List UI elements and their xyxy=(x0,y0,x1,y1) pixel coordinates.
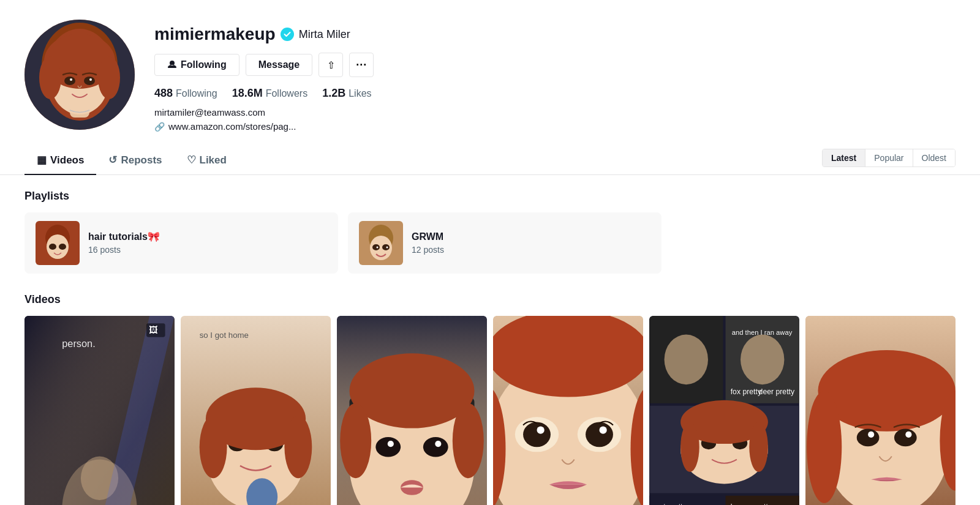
svg-text:fox pretty: fox pretty xyxy=(731,387,762,395)
verified-badge xyxy=(281,28,294,41)
svg-point-16 xyxy=(59,244,66,250)
sort-latest[interactable]: Latest xyxy=(823,149,865,166)
svg-point-23 xyxy=(386,246,388,248)
video-card-3[interactable]: ▶ 290.8K xyxy=(493,316,643,506)
svg-point-11 xyxy=(89,78,92,81)
svg-point-70 xyxy=(665,334,708,384)
bio-link[interactable]: 🔗 www.amazon.com/stores/pag... xyxy=(154,121,956,132)
svg-point-61 xyxy=(537,426,544,433)
svg-point-20 xyxy=(372,244,380,250)
video-card-4[interactable]: and then I ran away fox pretty deer pret… xyxy=(649,316,799,506)
svg-point-7 xyxy=(98,56,120,99)
share-icon: ⇧ xyxy=(327,59,335,71)
playlist-name-0: hair tutorials🎀 xyxy=(88,231,327,242)
svg-text:so I got home: so I got home xyxy=(200,330,249,339)
display-name: Mirta Miler xyxy=(299,28,350,41)
svg-text:bunny pretty: bunny pretty xyxy=(731,503,772,505)
sort-oldest[interactable]: Oldest xyxy=(913,149,955,166)
playlists-title: Playlists xyxy=(24,190,956,203)
tab-liked-label: Liked xyxy=(200,154,227,166)
svg-point-53 xyxy=(340,403,371,477)
svg-point-65 xyxy=(493,316,643,397)
videos-grid: person. 🖼 ▶ 19.9K xyxy=(24,316,956,506)
sort-buttons: Latest Popular Oldest xyxy=(822,149,956,167)
likes-count: 1.2B xyxy=(322,87,345,100)
tab-videos[interactable]: ▦ Videos xyxy=(24,146,96,175)
svg-point-93 xyxy=(807,391,842,503)
video-card-0[interactable]: person. 🖼 ▶ 19.9K xyxy=(24,316,175,506)
video-card-5[interactable]: ▶ 501.5K xyxy=(805,316,956,506)
playlists-grid: hair tutorials🎀 16 posts GRWM xyxy=(24,212,662,274)
svg-text:🖼: 🖼 xyxy=(149,324,157,334)
tab-videos-label: Videos xyxy=(50,154,84,166)
svg-point-60 xyxy=(523,422,551,447)
share-button[interactable]: ⇧ xyxy=(318,53,343,77)
svg-point-40 xyxy=(200,416,227,478)
svg-point-21 xyxy=(382,244,390,250)
tab-reposts-label: Reposts xyxy=(121,154,162,166)
svg-point-9 xyxy=(84,77,95,85)
svg-point-98 xyxy=(905,431,911,437)
tab-liked[interactable]: ♡ Liked xyxy=(175,146,239,175)
svg-point-41 xyxy=(284,416,312,478)
svg-point-50 xyxy=(435,441,441,447)
svg-point-64 xyxy=(600,426,607,433)
tab-reposts-icon: ↺ xyxy=(108,154,117,166)
tab-liked-icon: ♡ xyxy=(187,154,196,166)
profile-header: mimiermakeup Mirta Miler Following Messa… xyxy=(0,0,980,132)
svg-point-96 xyxy=(894,428,917,446)
sort-popular[interactable]: Popular xyxy=(865,149,913,166)
svg-point-49 xyxy=(388,441,394,447)
svg-point-10 xyxy=(70,78,72,81)
svg-point-72 xyxy=(741,334,784,384)
tab-videos-icon: ▦ xyxy=(37,154,47,166)
stat-following[interactable]: 488 Following xyxy=(154,87,217,100)
svg-text:and then I ran away: and then I ran away xyxy=(732,328,793,335)
stats-row: 488 Following 18.6M Followers 1.2B Likes xyxy=(154,87,956,100)
svg-point-95 xyxy=(857,428,880,446)
svg-point-15 xyxy=(49,244,56,250)
svg-point-54 xyxy=(453,403,484,477)
link-text: www.amazon.com/stores/pag... xyxy=(168,121,296,132)
profile-info: mimiermakeup Mirta Miler Following Messa… xyxy=(154,20,956,132)
svg-point-22 xyxy=(377,246,379,248)
svg-point-79 xyxy=(749,422,768,472)
svg-point-78 xyxy=(680,422,699,472)
likes-label: Likes xyxy=(349,88,371,99)
playlist-thumb-1 xyxy=(359,221,403,265)
more-icon: ··· xyxy=(356,59,367,72)
playlist-count-0: 16 posts xyxy=(88,245,327,255)
playlist-card-0[interactable]: hair tutorials🎀 16 posts xyxy=(24,212,338,274)
followers-label: Followers xyxy=(266,88,307,99)
action-buttons: Following Message ⇧ ··· xyxy=(154,53,956,77)
stat-followers[interactable]: 18.6M Followers xyxy=(232,87,308,100)
video-card-2[interactable]: ▶ 16.6K xyxy=(337,316,487,506)
following-count: 488 xyxy=(154,87,173,100)
username: mimiermakeup xyxy=(154,24,276,44)
svg-point-6 xyxy=(39,56,61,99)
stat-likes[interactable]: 1.2B Likes xyxy=(322,87,371,100)
playlist-info-0: hair tutorials🎀 16 posts xyxy=(88,231,327,255)
message-button[interactable]: Message xyxy=(246,54,313,76)
playlist-info-1: GRWM 12 posts xyxy=(412,231,650,255)
playlist-thumb-0 xyxy=(36,221,80,265)
svg-text:cat pretty: cat pretty xyxy=(655,503,687,505)
playlist-card-1[interactable]: GRWM 12 posts xyxy=(348,212,662,274)
avatar xyxy=(24,20,135,130)
video-card-1[interactable]: so I got home ▶ 180.5K xyxy=(181,316,331,506)
svg-point-97 xyxy=(868,431,874,437)
svg-point-52 xyxy=(349,353,474,428)
more-button[interactable]: ··· xyxy=(349,53,374,77)
bio-email: mirtamiler@teamwass.com xyxy=(154,107,956,118)
tab-reposts[interactable]: ↺ Reposts xyxy=(96,146,174,175)
svg-point-47 xyxy=(375,436,401,457)
following-label: Following xyxy=(176,88,217,99)
playlist-count-1: 12 posts xyxy=(412,245,650,255)
svg-text:deer pretty: deer pretty xyxy=(759,387,795,395)
svg-point-63 xyxy=(586,422,613,447)
username-row: mimiermakeup Mirta Miler xyxy=(154,24,956,44)
content-area: Playlists hair tutorials🎀 16 posts xyxy=(0,175,980,506)
following-button[interactable]: Following xyxy=(154,54,239,76)
followers-count: 18.6M xyxy=(232,87,263,100)
svg-text:person.: person. xyxy=(62,338,95,349)
